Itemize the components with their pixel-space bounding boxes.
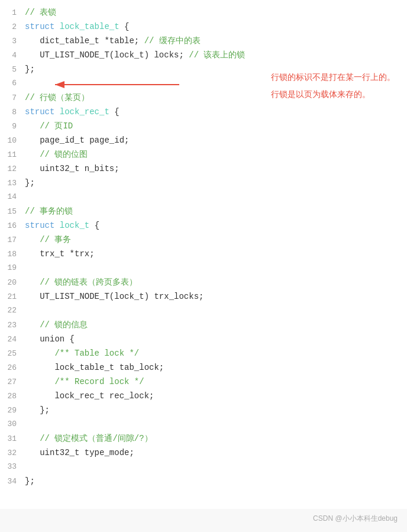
line-number: 21 [0, 291, 25, 304]
line-number: 30 [0, 418, 25, 431]
line-content: }; [25, 63, 407, 77]
line-number: 7 [0, 92, 25, 105]
line-number: 19 [0, 262, 25, 275]
line-number: 17 [0, 234, 25, 247]
line-content: // 事务 [25, 233, 407, 247]
line-number: 22 [0, 304, 25, 317]
footer-text: CSDN @小小本科生debug [313, 514, 398, 523]
line-number: 23 [0, 319, 25, 332]
line-content: struct lock_rec_t { [25, 105, 407, 120]
line-number: 29 [0, 404, 25, 417]
line-number: 3 [0, 35, 25, 48]
table-row: 18 trx_t *trx; [0, 247, 407, 262]
line-number: 12 [0, 163, 25, 176]
line-number: 34 [0, 475, 25, 488]
table-row: 13}; [0, 176, 407, 191]
line-number: 32 [0, 447, 25, 460]
table-row: 33 [0, 460, 407, 475]
line-content: struct lock_table_t { [25, 20, 407, 34]
table-row: 12 uint32_t n_bits; [0, 162, 407, 176]
line-number: 13 [0, 177, 25, 190]
code-lines: 1// 表锁2struct lock_table_t {3 dict_table… [0, 6, 407, 489]
table-row: 8struct lock_rec_t { [0, 105, 407, 120]
table-row: 3 dict_table_t *table; // 缓存中的表 [0, 34, 407, 49]
line-content: }; [25, 404, 407, 418]
line-content: UT_LIST_NODE_T(lock_t) locks; // 该表上的锁 [25, 49, 407, 63]
table-row: 25 /** Table lock */ [0, 347, 407, 361]
line-content: trx_t *trx; [25, 247, 407, 262]
footer: CSDN @小小本科生debug [0, 509, 407, 528]
code-container: 1// 表锁2struct lock_table_t {3 dict_table… [0, 0, 407, 509]
line-content: /** Table lock */ [25, 347, 407, 361]
line-number: 18 [0, 248, 25, 261]
table-row: 4 UT_LIST_NODE_T(lock_t) locks; // 该表上的锁 [0, 49, 407, 63]
line-content: uint32_t type_mode; [25, 446, 407, 460]
table-row: 15// 事务的锁 [0, 205, 407, 219]
line-content: }; [25, 475, 407, 489]
table-row: 17 // 事务 [0, 233, 407, 247]
line-number: 5 [0, 63, 25, 76]
table-row: 16struct lock_t { [0, 219, 407, 233]
table-row: 31 // 锁定模式（普通/间隙/?） [0, 432, 407, 446]
line-content: // 事务的锁 [25, 205, 407, 219]
line-content: // 表锁 [25, 6, 407, 20]
line-content: // 锁的位图 [25, 148, 407, 162]
table-row: 32 uint32_t type_mode; [0, 446, 407, 460]
table-row: 24 union { [0, 333, 407, 347]
table-row: 11 // 锁的位图 [0, 148, 407, 162]
line-number: 15 [0, 205, 25, 218]
line-content: struct lock_t { [25, 219, 407, 233]
line-number: 14 [0, 191, 25, 204]
line-number: 31 [0, 433, 25, 446]
line-number: 6 [0, 77, 25, 90]
line-content: // 页ID [25, 120, 407, 134]
table-row: 14 [0, 191, 407, 205]
table-row: 6 [0, 77, 407, 91]
line-content: }; [25, 176, 407, 191]
line-number: 28 [0, 390, 25, 403]
table-row: 26 lock_table_t tab_lock; [0, 361, 407, 375]
line-content: // 锁的信息 [25, 318, 407, 333]
line-number: 4 [0, 49, 25, 62]
line-number: 8 [0, 106, 25, 119]
table-row: 28 lock_rec_t rec_lock; [0, 389, 407, 404]
table-row: 30 [0, 418, 407, 432]
table-row: 29 }; [0, 404, 407, 418]
line-content: page_id_t page_id; [25, 134, 407, 148]
line-number: 25 [0, 347, 25, 360]
line-content: dict_table_t *table; // 缓存中的表 [25, 34, 407, 49]
line-number: 27 [0, 376, 25, 389]
line-number: 1 [0, 7, 25, 20]
table-row: 7// 行锁（某页） [0, 91, 407, 105]
table-row: 19 [0, 262, 407, 276]
table-row: 20 // 锁的链表（跨页多表） [0, 276, 407, 290]
table-row: 22 [0, 304, 407, 318]
table-row: 27 /** Record lock */ [0, 375, 407, 389]
table-row: 9 // 页ID [0, 120, 407, 134]
line-number: 20 [0, 276, 25, 289]
table-row: 23 // 锁的信息 [0, 318, 407, 333]
line-content: // 行锁（某页） [25, 91, 407, 105]
table-row: 34}; [0, 475, 407, 489]
line-content: uint32_t n_bits; [25, 162, 407, 176]
line-number: 16 [0, 220, 25, 233]
line-content: union { [25, 333, 407, 347]
table-row: 5}; [0, 63, 407, 77]
table-row: 21 UT_LIST_NODE_T(lock_t) trx_locks; [0, 290, 407, 304]
line-number: 24 [0, 333, 25, 346]
line-number: 33 [0, 460, 25, 473]
line-content: lock_rec_t rec_lock; [25, 389, 407, 404]
table-row: 10 page_id_t page_id; [0, 134, 407, 148]
table-row: 1// 表锁 [0, 6, 407, 20]
line-content: /** Record lock */ [25, 375, 407, 389]
line-number: 10 [0, 134, 25, 147]
line-number: 2 [0, 21, 25, 34]
line-number: 11 [0, 149, 25, 162]
line-number: 9 [0, 120, 25, 133]
line-content: lock_table_t tab_lock; [25, 361, 407, 375]
table-row: 2struct lock_table_t { [0, 20, 407, 34]
line-number: 26 [0, 362, 25, 375]
line-content: UT_LIST_NODE_T(lock_t) trx_locks; [25, 290, 407, 304]
line-content: // 锁的链表（跨页多表） [25, 276, 407, 290]
line-content: // 锁定模式（普通/间隙/?） [25, 432, 407, 446]
